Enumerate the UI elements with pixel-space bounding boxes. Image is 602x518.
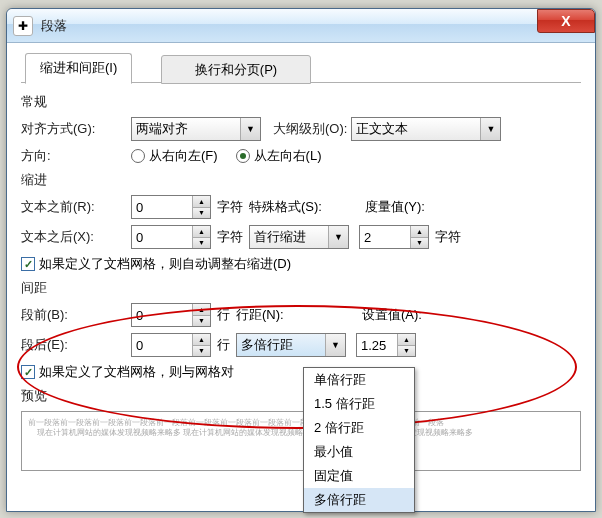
- space-before-spinner[interactable]: 0 ▲▼: [131, 303, 211, 327]
- dropdown-item[interactable]: 2 倍行距: [304, 416, 414, 440]
- spin-down-icon: ▼: [193, 208, 210, 219]
- alignment-combo[interactable]: 两端对齐 ▼: [131, 117, 261, 141]
- dropdown-item[interactable]: 1.5 倍行距: [304, 392, 414, 416]
- chevron-down-icon: ▼: [240, 118, 260, 140]
- setvalue-label: 设置值(A):: [362, 306, 422, 324]
- linespacing-label: 行距(N):: [236, 306, 330, 324]
- group-general: 常规: [21, 93, 581, 111]
- dropdown-item[interactable]: 多倍行距: [304, 488, 414, 512]
- spin-down-icon: ▼: [193, 238, 210, 249]
- group-indent: 缩进: [21, 171, 581, 189]
- spin-down-icon: ▼: [398, 346, 415, 357]
- special-combo[interactable]: 首行缩进 ▼: [249, 225, 349, 249]
- app-icon: ✚: [13, 16, 33, 36]
- chevron-down-icon: ▼: [480, 118, 500, 140]
- preview-pane: 前一段落前一段落前一段落前一段落前一段落前一段落前一段落前一段落前一段落前一段落…: [21, 411, 581, 471]
- space-after-spinner[interactable]: 0 ▲▼: [131, 333, 211, 357]
- spacing-grid-checkbox[interactable]: ✓如果定义了文档网格，则与网格对: [21, 363, 234, 381]
- setvalue-spinner[interactable]: 1.25 ▲▼: [356, 333, 416, 357]
- spin-up-icon: ▲: [398, 334, 415, 346]
- group-preview: 预览: [21, 387, 581, 405]
- alignment-label: 对齐方式(G):: [21, 120, 131, 138]
- spin-up-icon: ▲: [411, 226, 428, 238]
- indent-before-label: 文本之前(R):: [21, 198, 131, 216]
- tab-line-page-breaks[interactable]: 换行和分页(P): [161, 55, 311, 84]
- dropdown-item[interactable]: 最小值: [304, 440, 414, 464]
- outline-combo[interactable]: 正文文本 ▼: [351, 117, 501, 141]
- spin-down-icon: ▼: [411, 238, 428, 249]
- indent-after-spinner[interactable]: 0 ▲▼: [131, 225, 211, 249]
- chevron-down-icon: ▼: [328, 226, 348, 248]
- spin-down-icon: ▼: [193, 316, 210, 327]
- dropdown-item[interactable]: 固定值: [304, 464, 414, 488]
- space-before-label: 段前(B):: [21, 306, 131, 324]
- indent-grid-checkbox[interactable]: ✓如果定义了文档网格，则自动调整右缩进(D): [21, 255, 291, 273]
- indent-after-label: 文本之后(X):: [21, 228, 131, 246]
- group-spacing: 间距: [21, 279, 581, 297]
- measure-label: 度量值(Y):: [365, 198, 425, 216]
- direction-rtl-radio[interactable]: 从右向左(F): [131, 147, 218, 165]
- direction-ltr-radio[interactable]: 从左向右(L): [236, 147, 322, 165]
- spin-down-icon: ▼: [193, 346, 210, 357]
- outline-label: 大纲级别(O):: [273, 120, 347, 138]
- space-after-label: 段后(E):: [21, 336, 131, 354]
- special-label: 特殊格式(S):: [249, 198, 343, 216]
- dropdown-item[interactable]: 单倍行距: [304, 368, 414, 392]
- close-button[interactable]: X: [537, 9, 595, 33]
- window-title: 段落: [41, 17, 67, 35]
- measure-spinner[interactable]: 2 ▲▼: [359, 225, 429, 249]
- spin-up-icon: ▲: [193, 334, 210, 346]
- linespacing-combo[interactable]: 多倍行距 ▼: [236, 333, 346, 357]
- direction-label: 方向:: [21, 147, 131, 165]
- indent-before-spinner[interactable]: 0 ▲▼: [131, 195, 211, 219]
- chevron-down-icon: ▼: [325, 334, 345, 356]
- spin-up-icon: ▲: [193, 226, 210, 238]
- spin-up-icon: ▲: [193, 304, 210, 316]
- spin-up-icon: ▲: [193, 196, 210, 208]
- tab-indent-spacing[interactable]: 缩进和间距(I): [25, 53, 132, 84]
- linespacing-dropdown[interactable]: 单倍行距 1.5 倍行距 2 倍行距 最小值 固定值 多倍行距: [303, 367, 415, 513]
